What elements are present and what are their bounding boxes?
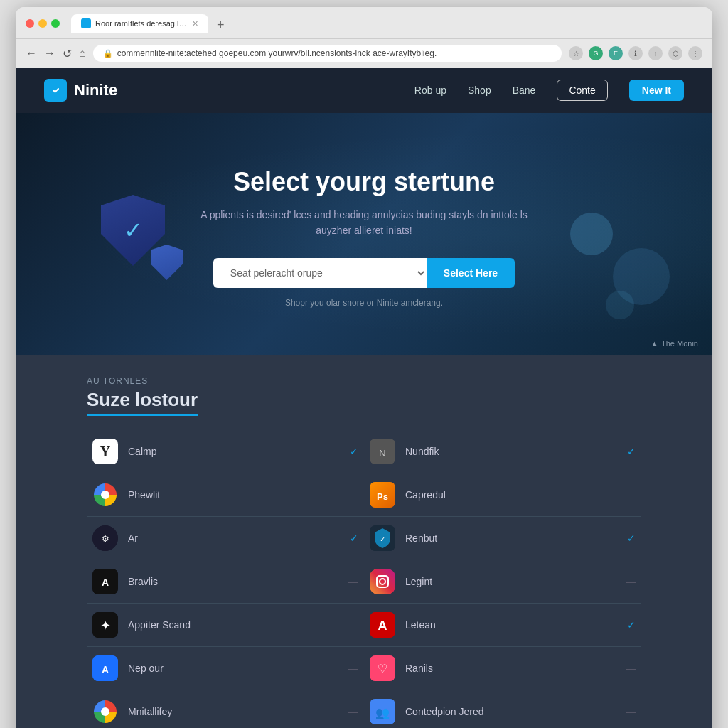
app-item-letean[interactable]: A Letean ✓ xyxy=(364,604,641,647)
app-check-calmp: ✓ xyxy=(350,446,358,457)
new-tab-button[interactable]: + xyxy=(211,18,230,33)
app-check-legint: — xyxy=(626,576,636,587)
svg-rect-16 xyxy=(370,569,395,594)
app-item-mnital[interactable]: Mnitallifey — xyxy=(87,690,364,728)
app-name-nundfik: Nundfik xyxy=(405,446,617,457)
app-icon-nundfik: N xyxy=(370,439,395,464)
app-icon-legint xyxy=(370,569,395,594)
app-icon-contedpion: 👥 xyxy=(370,699,395,724)
svg-text:✦: ✦ xyxy=(100,619,111,633)
shield-secondary-shape xyxy=(151,245,183,280)
section-label: Au tornles xyxy=(87,376,641,386)
app-name-phewlit: Phewlit xyxy=(128,489,338,500)
app-item-bravlis[interactable]: A Bravlis — xyxy=(87,560,364,604)
nav-link-bane[interactable]: Bane xyxy=(513,85,536,96)
svg-point-19 xyxy=(387,577,389,579)
nav-links: Rob up Shop Bane Conte New It xyxy=(414,80,684,101)
svg-text:♡: ♡ xyxy=(378,663,387,675)
hero-title: Select yourg stertune xyxy=(233,167,495,197)
app-item-ar[interactable]: ⚙ Ar ✓ xyxy=(87,517,364,560)
nav-outline-button[interactable]: Conte xyxy=(557,80,607,101)
app-item-appiter[interactable]: ✦ Appiter Scand — xyxy=(87,604,364,647)
back-button[interactable]: ← xyxy=(26,47,37,60)
home-button[interactable]: ⌂ xyxy=(79,47,86,60)
address-bar[interactable]: 🔒 commennlite-niite:actehed goepeu.com y… xyxy=(93,45,562,62)
logo-icon xyxy=(44,79,67,102)
profile-icon[interactable]: G xyxy=(589,46,603,60)
apps-grid: Y Calmp ✓ Phewlit — xyxy=(87,430,641,728)
svg-text:⚙: ⚙ xyxy=(102,534,109,544)
svg-text:A: A xyxy=(378,619,387,633)
app-check-bravlis: — xyxy=(348,576,358,587)
nav-primary-button[interactable]: New It xyxy=(629,80,684,101)
tab-title: Roor ramItlets deresag.log...t xyxy=(95,19,188,28)
hero-hint: Shopr you olar snore or Ninite amclerang… xyxy=(285,298,443,308)
forward-button[interactable]: → xyxy=(44,47,55,60)
app-check-letean: ✓ xyxy=(627,619,636,631)
nav-link-robup[interactable]: Rob up xyxy=(414,85,446,96)
browser-actions: ☆ G E ℹ ↑ ⬡ ⋮ xyxy=(569,46,702,60)
app-icon-phewlit xyxy=(92,482,118,508)
app-name-nep: Nep our xyxy=(128,663,338,674)
app-name-renbut: Renbut xyxy=(405,532,617,544)
browser-window: Roor ramItlets deresag.log...t ✕ + ← → ↺… xyxy=(16,7,712,728)
bookmark-icon[interactable]: ☆ xyxy=(569,46,583,60)
app-name-letean: Letean xyxy=(405,619,617,631)
scroll-hint-text: The Monin xyxy=(661,339,698,348)
tab-close-icon[interactable]: ✕ xyxy=(192,19,198,28)
app-name-appiter: Appiter Scand xyxy=(128,619,338,631)
app-check-mnital: — xyxy=(348,706,358,717)
app-item-nep[interactable]: A Nep our — xyxy=(87,647,364,690)
app-check-ranils: — xyxy=(626,663,636,674)
svg-text:N: N xyxy=(379,448,385,459)
app-name-calmp: Calmp xyxy=(128,446,340,457)
lock-icon: 🔒 xyxy=(103,49,113,58)
share-icon[interactable]: ↑ xyxy=(648,46,663,60)
app-name-ranils: Ranils xyxy=(405,663,616,674)
app-icon-ar: ⚙ xyxy=(92,525,118,551)
nav-link-shop[interactable]: Shop xyxy=(468,85,491,96)
browser-addressbar: ← → ↺ ⌂ 🔒 commennlite-niite:actehed goep… xyxy=(16,39,712,68)
app-item-ranils[interactable]: ♡ Ranils — xyxy=(364,647,641,690)
info-icon[interactable]: ℹ xyxy=(628,46,643,60)
app-check-phewlit: — xyxy=(348,489,358,500)
site-logo: Ninite xyxy=(44,79,117,102)
extension-icon[interactable]: E xyxy=(609,46,623,60)
app-icon-mnital xyxy=(92,699,118,724)
website-content: Ninite Rob up Shop Bane Conte New It ✓ xyxy=(16,68,712,728)
app-item-nundfik[interactable]: N Nundfik ✓ xyxy=(364,430,641,473)
svg-text:Ps: Ps xyxy=(377,491,388,502)
app-name-ar: Ar xyxy=(128,532,340,544)
menu-icon[interactable]: ⋮ xyxy=(688,46,702,60)
app-icon-nep: A xyxy=(92,655,118,681)
app-check-appiter: — xyxy=(348,619,358,631)
app-item-phewlit[interactable]: Phewlit — xyxy=(87,473,364,517)
app-item-capredul[interactable]: Ps Capredul — xyxy=(364,473,641,517)
app-check-ar: ✓ xyxy=(350,532,358,544)
hero-section: ✓ Select yourg stertune A pplients is de… xyxy=(16,113,712,355)
refresh-button[interactable]: ↺ xyxy=(63,47,72,60)
close-button[interactable] xyxy=(26,19,34,28)
browser-tab[interactable]: Roor ramItlets deresag.log...t ✕ xyxy=(71,14,208,33)
app-check-nep: — xyxy=(348,663,358,674)
app-item-calmp[interactable]: Y Calmp ✓ xyxy=(87,430,364,473)
browser-titlebar: Roor ramItlets deresag.log...t ✕ + xyxy=(16,7,712,39)
download-icon[interactable]: ⬡ xyxy=(668,46,682,60)
section-title: Suze lostour xyxy=(87,389,198,416)
svg-text:A: A xyxy=(102,577,109,588)
maximize-button[interactable] xyxy=(51,19,60,28)
apps-section: Au tornles Suze lostour Y Calmp ✓ Phewli… xyxy=(16,355,712,728)
apps-column-left: Y Calmp ✓ Phewlit — xyxy=(87,430,364,728)
hero-select-button[interactable]: Select Here xyxy=(427,258,515,288)
hero-select-dropdown[interactable]: Seat peleracht orupe xyxy=(213,258,427,288)
app-item-legint[interactable]: Legint — xyxy=(364,560,641,604)
hero-search-row: Seat peleracht orupe Select Here xyxy=(213,258,515,288)
hero-subtitle: A pplients is desired' lces and heading … xyxy=(186,207,542,239)
address-text: commennlite-niite:actehed goepeu.com you… xyxy=(117,48,437,58)
minimize-button[interactable] xyxy=(38,19,47,28)
app-name-mnital: Mnitallifey xyxy=(128,706,338,717)
app-name-legint: Legint xyxy=(405,576,616,587)
tabs-row: Roor ramItlets deresag.log...t ✕ + xyxy=(71,14,230,33)
app-item-renbut[interactable]: ✓ Renbut ✓ xyxy=(364,517,641,560)
app-item-contedpion[interactable]: 👥 Contedpion Jered — xyxy=(364,690,641,728)
